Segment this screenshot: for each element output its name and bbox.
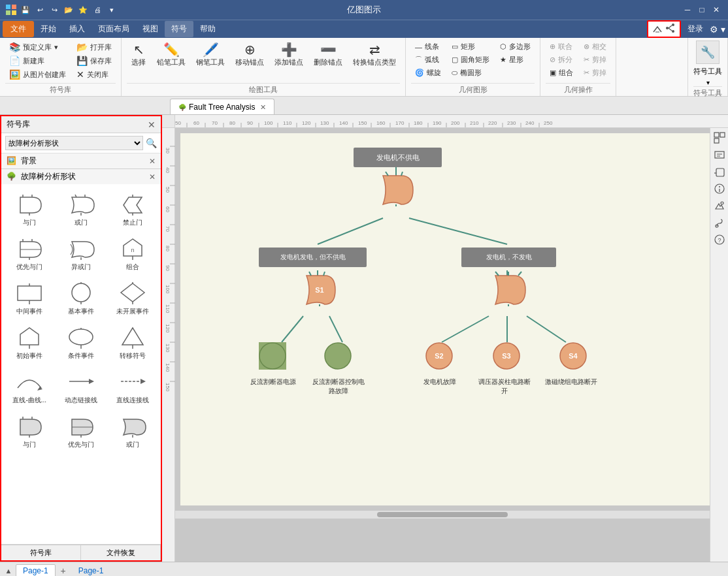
save-icon[interactable]: 💾 <box>20 4 31 16</box>
shape-and-gate[interactable]: 与门 <box>5 188 54 230</box>
node-c2[interactable] <box>324 342 352 370</box>
redo-icon[interactable]: ↪ <box>48 4 60 16</box>
star-btn[interactable]: ★ 星形 <box>496 54 535 66</box>
node-left-box[interactable]: 发电机发电，但不供电 <box>259 248 367 267</box>
shape-inhibit-gate[interactable]: 禁止门 <box>108 188 157 230</box>
shape-or-gate2[interactable]: 或门 <box>108 410 157 452</box>
shape-priority-and2[interactable]: 优先与门 <box>57 410 106 452</box>
menu-view[interactable]: 视图 <box>136 21 165 37</box>
shape-combination[interactable]: n 组合 <box>108 232 157 274</box>
shape-basic-event[interactable]: 基本事件 <box>57 277 106 319</box>
rt-btn-3[interactable] <box>712 165 727 179</box>
maximize-btn[interactable]: □ <box>695 4 708 16</box>
page-tab-add-btn[interactable]: + <box>57 564 70 577</box>
split-btn[interactable]: ⊘ 拆分 <box>546 54 577 66</box>
fta-section-close[interactable]: ✕ <box>149 172 156 182</box>
close-btn[interactable]: ✕ <box>710 4 723 16</box>
arc-btn[interactable]: ⌒ 弧线 <box>411 54 445 66</box>
symbol-category-select[interactable]: 故障树分析形状 背景 <box>5 136 143 150</box>
rt-btn-1[interactable] <box>712 131 727 145</box>
settings-icon[interactable]: ⚙ <box>710 24 718 35</box>
shape-and-gate2[interactable]: 与门 <box>5 410 54 452</box>
predefine-lib-btn[interactable]: 📚 预定义库 ▾ <box>5 40 70 54</box>
round-rect-btn[interactable]: ▢ 圆角矩形 <box>448 54 493 66</box>
shape-intermediate[interactable]: 中间事件 <box>5 277 54 319</box>
rt-btn-4[interactable] <box>712 182 727 196</box>
menu-start[interactable]: 开始 <box>34 21 63 37</box>
from-image-btn[interactable]: 🖼️ 从图片创建库 <box>5 68 70 81</box>
dropdown-arrow-icon[interactable]: ▾ <box>721 24 725 35</box>
shape-undeveloped[interactable]: 未开展事件 <box>108 277 157 319</box>
login-button[interactable]: 登录 <box>684 22 707 36</box>
node-s2[interactable]: S2 <box>425 342 453 370</box>
close-lib-btn[interactable]: ✕ 关闭库 <box>73 68 116 81</box>
menu-file[interactable]: 文件 <box>3 21 34 37</box>
cut2-btn[interactable]: ✂ 剪掉 <box>580 67 610 79</box>
pencil-tool-btn[interactable]: ✏️ 铅笔工具 <box>153 40 190 70</box>
pen-tool-btn[interactable]: 🖊️ 钢笔工具 <box>192 40 229 70</box>
line-btn[interactable]: — 线条 <box>411 40 445 53</box>
symbol-tool-btn[interactable]: 🔧 符号工具 ▾ <box>693 40 722 86</box>
node-c1[interactable] <box>259 342 286 370</box>
node-root[interactable]: 发电机不供电 <box>354 148 442 167</box>
shapes-scroll[interactable]: 与门 或门 <box>1 184 161 544</box>
select-tool-btn[interactable]: ↖ 选择 <box>127 40 150 70</box>
intersect-btn[interactable]: ⊗ 相交 <box>580 40 610 53</box>
open-lib-btn[interactable]: 📂 打开库 <box>73 40 116 54</box>
h-scroll-thumb[interactable] <box>377 512 508 517</box>
delete-anchor-btn[interactable]: ➖ 删除锚点 <box>310 40 346 70</box>
new-lib-btn[interactable]: 📄 新建库 <box>5 54 70 67</box>
rt-btn-6[interactable] <box>712 216 727 230</box>
rect-btn[interactable]: ▭ 矩形 <box>448 40 493 53</box>
shape-transfer[interactable]: 转移符号 <box>108 321 157 363</box>
menu-symbol[interactable]: 符号 <box>165 21 193 37</box>
shape-dynamic-link[interactable]: 动态链接线 <box>57 366 106 408</box>
fRa-button[interactable] <box>647 20 681 38</box>
menu-help[interactable]: 帮助 <box>193 21 222 37</box>
rt-btn-5[interactable] <box>712 199 727 213</box>
panel-search-icon[interactable]: 🔍 <box>146 138 157 148</box>
polygon-btn[interactable]: ⬡ 多边形 <box>496 40 535 53</box>
shape-or-gate[interactable]: 或门 <box>57 188 106 230</box>
page-tab-1[interactable]: Page-1 <box>16 564 56 577</box>
shape-conditional[interactable]: 条件事件 <box>57 321 106 363</box>
panel-section-bg-header[interactable]: 🖼️ 背景 ✕ <box>1 153 161 168</box>
open-icon[interactable]: 📂 <box>63 4 74 16</box>
save-lib-btn[interactable]: 💾 保存库 <box>73 54 116 67</box>
tab-close-btn[interactable]: ✕ <box>260 103 266 112</box>
node-s3[interactable]: S3 <box>493 342 520 370</box>
panel-tab-symbol-lib[interactable]: 符号库 <box>1 545 81 560</box>
move-anchor-btn[interactable]: ⊕ 移动锚点 <box>231 40 268 70</box>
shape-xor-gate[interactable]: 异或门 <box>57 232 106 274</box>
page-nav-up[interactable]: ▲ <box>3 565 14 577</box>
more-icon[interactable]: ▾ <box>106 4 118 16</box>
cut-btn[interactable]: ✂ 剪掉 <box>580 54 610 66</box>
canvas-scroll[interactable]: 发电机不供电 发电机发电，但不供电 <box>175 128 710 562</box>
minimize-btn[interactable]: ─ <box>681 4 694 16</box>
group-btn[interactable]: ▣ 组合 <box>546 67 577 79</box>
undo-icon[interactable]: ↩ <box>34 4 46 16</box>
panel-tab-file-recovery[interactable]: 文件恢复 <box>81 545 161 560</box>
tab-fault-tree[interactable]: 🌳 Fault Tree Analysis ✕ <box>170 99 274 114</box>
symbol-panel-close-btn[interactable]: ✕ <box>148 120 156 130</box>
node-s4[interactable]: S4 <box>559 342 587 370</box>
union-btn[interactable]: ⊕ 联合 <box>546 40 577 53</box>
menu-insert[interactable]: 插入 <box>63 21 91 37</box>
spiral-btn[interactable]: 🌀 螺旋 <box>411 67 445 79</box>
shape-line-curve[interactable]: 直线-曲线... <box>5 366 54 408</box>
ellipse-btn[interactable]: ⬭ 椭圆形 <box>448 67 493 79</box>
page-tab-1-copy[interactable]: Page-1 <box>71 564 111 577</box>
shape-straight-link[interactable]: 直线连接线 <box>108 366 157 408</box>
rt-btn-7[interactable]: ? <box>712 232 727 247</box>
bg-section-close[interactable]: ✕ <box>149 157 156 166</box>
menu-page-layout[interactable]: 页面布局 <box>91 21 136 37</box>
shape-priority-and[interactable]: 优先与门 <box>5 232 54 274</box>
add-anchor-btn[interactable]: ➕ 添加锚点 <box>271 40 307 70</box>
fta-section-header[interactable]: 🌳 故障树分析形状 ✕ <box>1 169 161 184</box>
shape-initial[interactable]: 初始事件 <box>5 321 54 363</box>
star-icon[interactable]: ⭐ <box>77 4 89 16</box>
rt-btn-2[interactable] <box>712 148 727 162</box>
print-icon[interactable]: 🖨 <box>91 4 103 16</box>
horizontal-scrollbar[interactable] <box>175 511 710 519</box>
node-right-box[interactable]: 发电机，不发电 <box>461 248 556 267</box>
